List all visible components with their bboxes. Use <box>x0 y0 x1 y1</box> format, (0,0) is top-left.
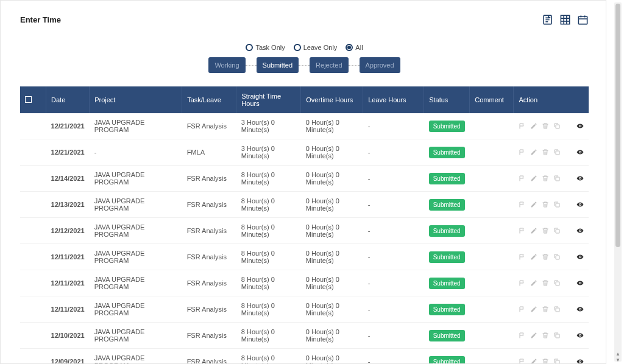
row-checkbox-cell[interactable] <box>20 296 46 323</box>
copy-icon[interactable] <box>553 149 561 156</box>
delete-icon[interactable] <box>542 175 549 182</box>
copy-icon[interactable] <box>553 332 561 339</box>
radio-all[interactable]: All <box>346 44 363 51</box>
row-checkbox-cell[interactable] <box>20 192 46 218</box>
scroll-down-icon[interactable]: ▼ <box>615 357 620 363</box>
delete-icon[interactable] <box>542 227 549 234</box>
view-icon[interactable] <box>576 149 584 156</box>
view-icon[interactable] <box>576 253 584 261</box>
view-icon[interactable] <box>576 306 584 313</box>
delete-icon[interactable] <box>542 306 549 313</box>
copy-icon[interactable] <box>553 122 561 130</box>
copy-icon[interactable] <box>553 279 561 287</box>
row-checkbox-cell[interactable] <box>20 244 46 270</box>
download-icon[interactable] <box>565 122 572 130</box>
status-badge: Submitted <box>429 356 465 365</box>
scroll-up-icon[interactable]: ▲ <box>615 351 620 357</box>
edit-icon[interactable] <box>530 201 537 208</box>
row-checkbox-cell[interactable] <box>20 139 46 166</box>
edit-icon[interactable] <box>530 332 537 339</box>
edit-icon[interactable] <box>530 253 537 261</box>
vertical-scrollbar[interactable] <box>614 2 622 362</box>
flag-icon[interactable] <box>519 253 526 261</box>
row-checkbox-cell[interactable] <box>20 270 46 296</box>
view-icon[interactable] <box>576 201 584 208</box>
status-submitted-button[interactable]: Submitted <box>257 57 299 73</box>
radio-task-only[interactable]: Task Only <box>246 44 285 51</box>
col-header-action[interactable]: Action <box>514 86 589 113</box>
view-icon[interactable] <box>576 122 584 130</box>
view-icon[interactable] <box>576 358 584 364</box>
copy-icon[interactable] <box>553 201 561 208</box>
delete-icon[interactable] <box>542 201 549 208</box>
copy-icon[interactable] <box>553 227 561 234</box>
copy-icon[interactable] <box>553 175 561 182</box>
delete-icon[interactable] <box>542 279 549 287</box>
flag-icon[interactable] <box>519 279 526 287</box>
download-icon[interactable] <box>565 149 572 156</box>
status-working-button[interactable]: Working <box>208 57 245 73</box>
col-header-straight[interactable]: Straight Time Hours <box>236 86 301 113</box>
view-icon[interactable] <box>576 227 584 234</box>
edit-icon[interactable] <box>530 175 537 182</box>
edit-icon[interactable] <box>530 306 537 313</box>
edit-icon[interactable] <box>530 149 537 156</box>
grid-view-icon[interactable] <box>559 14 571 26</box>
delete-icon[interactable] <box>542 122 549 130</box>
calendar-view-icon[interactable] <box>577 14 589 26</box>
status-rejected-button[interactable]: Rejected <box>310 57 348 73</box>
table-row: 12/21/2021 - FMLA 3 Hour(s) 0 Minute(s) … <box>20 139 589 166</box>
row-checkbox-cell[interactable] <box>20 349 46 365</box>
flag-icon[interactable] <box>519 332 526 339</box>
flag-icon[interactable] <box>519 201 526 208</box>
copy-icon[interactable] <box>553 306 561 313</box>
view-icon[interactable] <box>576 279 584 287</box>
download-icon[interactable] <box>565 175 572 182</box>
flag-icon[interactable] <box>519 122 526 130</box>
flag-icon[interactable] <box>519 149 526 156</box>
row-checkbox-cell[interactable] <box>20 113 46 139</box>
scrollbar-thumb[interactable] <box>615 4 620 247</box>
view-icon[interactable] <box>576 332 584 339</box>
col-header-task[interactable]: Task/Leave <box>182 86 236 113</box>
copy-icon[interactable] <box>553 358 561 364</box>
delete-icon[interactable] <box>542 358 549 364</box>
row-checkbox-cell[interactable] <box>20 218 46 244</box>
cell-overtime-hours: 0 Hour(s) 0 Minute(s) <box>306 354 339 364</box>
download-icon[interactable] <box>565 201 572 208</box>
radio-leave-only[interactable]: Leave Only <box>294 44 338 51</box>
download-icon[interactable] <box>565 358 572 364</box>
download-icon[interactable] <box>565 227 572 234</box>
flag-icon[interactable] <box>519 358 526 364</box>
row-checkbox-cell[interactable] <box>20 323 46 349</box>
row-checkbox-cell[interactable] <box>20 166 46 192</box>
edit-icon[interactable] <box>530 279 537 287</box>
col-header-project[interactable]: Project <box>90 86 182 113</box>
list-view-icon[interactable] <box>542 14 553 26</box>
status-approved-button[interactable]: Approved <box>360 57 400 73</box>
svg-rect-3 <box>556 125 559 128</box>
col-header-status[interactable]: Status <box>424 86 470 113</box>
download-icon[interactable] <box>565 279 572 287</box>
download-icon[interactable] <box>565 332 572 339</box>
edit-icon[interactable] <box>530 358 537 364</box>
delete-icon[interactable] <box>542 332 549 339</box>
download-icon[interactable] <box>565 306 572 313</box>
col-header-comment[interactable]: Comment <box>470 86 514 113</box>
col-header-leave[interactable]: Leave Hours <box>363 86 424 113</box>
download-icon[interactable] <box>565 253 572 261</box>
edit-icon[interactable] <box>530 122 537 130</box>
col-header-checkbox[interactable] <box>20 86 46 113</box>
flag-icon[interactable] <box>519 306 526 313</box>
scroll-arrows[interactable]: ▲ ▼ <box>614 351 622 363</box>
delete-icon[interactable] <box>542 149 549 156</box>
delete-icon[interactable] <box>542 253 549 261</box>
col-header-date[interactable]: Date <box>46 86 90 113</box>
flag-icon[interactable] <box>519 175 526 182</box>
cell-overtime-hours: 0 Hour(s) 0 Minute(s) <box>306 276 339 290</box>
col-header-overtime[interactable]: Overtime Hours <box>301 86 363 113</box>
copy-icon[interactable] <box>553 253 561 261</box>
edit-icon[interactable] <box>530 227 537 234</box>
view-icon[interactable] <box>576 175 584 182</box>
flag-icon[interactable] <box>519 227 526 234</box>
